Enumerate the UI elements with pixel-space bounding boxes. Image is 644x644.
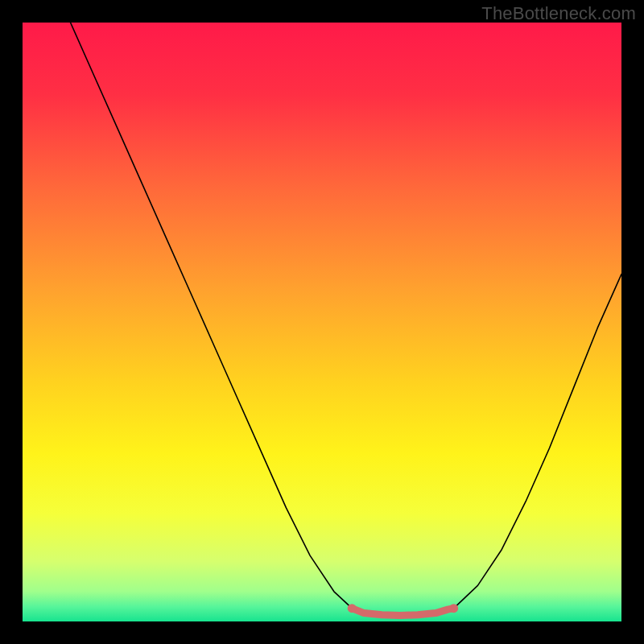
plot-area	[23, 23, 621, 621]
highlight-end-dot	[449, 604, 458, 613]
gradient-background	[23, 23, 621, 621]
highlight-end-dot	[348, 604, 357, 613]
chart-frame: TheBottleneck.com	[0, 0, 644, 644]
watermark-label: TheBottleneck.com	[481, 3, 636, 24]
chart-svg	[23, 23, 621, 621]
